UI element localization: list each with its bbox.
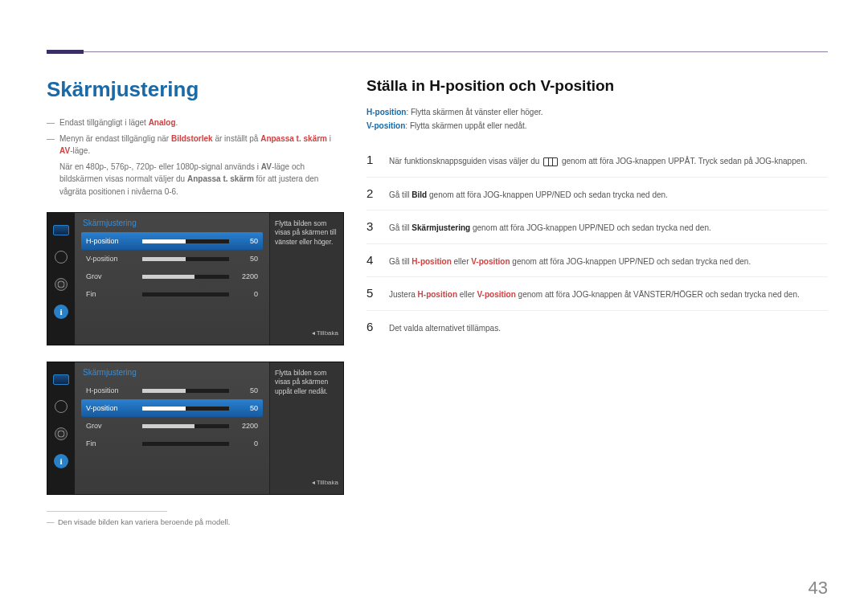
step-number: 5 — [366, 284, 378, 303]
osd-slider[interactable] — [142, 257, 229, 261]
osd-row-label: Fin — [86, 290, 142, 298]
osd-slider[interactable] — [142, 239, 229, 243]
osd-back[interactable]: Tillbaka — [275, 479, 338, 488]
osd-row-label: Grov — [86, 422, 142, 430]
step-text: Gå till Bild genom att föra JOG-knappen … — [389, 189, 668, 201]
menu-icon — [543, 157, 558, 166]
osd-row-value: 0 — [229, 439, 258, 447]
osd-panel: iSkärmjusteringH-position50V-position50G… — [47, 362, 344, 495]
osd-slider[interactable] — [142, 292, 229, 296]
notes-block: Endast tillgängligt i läget Analog. Meny… — [47, 116, 344, 198]
osd-slider[interactable] — [142, 424, 229, 428]
osd-title: Skärmjustering — [75, 362, 269, 382]
osd-row-value: 2200 — [229, 272, 258, 280]
osd-panel: iSkärmjusteringH-position50V-position50G… — [47, 212, 344, 345]
gear-icon — [52, 427, 70, 441]
note-item: Endast tillgängligt i läget Analog. — [47, 116, 344, 129]
osd-help: Flytta bilden som visas på skärmen till … — [269, 213, 343, 345]
osd-slider[interactable] — [142, 389, 229, 393]
header-rule — [47, 51, 828, 52]
osd-row-label: H-position — [86, 386, 142, 394]
osd-iconbar: i — [47, 213, 75, 345]
osd-slider[interactable] — [142, 442, 229, 446]
monitor-icon — [52, 223, 70, 237]
footnote: Den visade bilden kan variera beroende p… — [47, 517, 344, 527]
osd-back[interactable]: Tillbaka — [275, 329, 338, 338]
osd-slider[interactable] — [142, 275, 229, 279]
step: 2Gå till Bild genom att föra JOG-knappen… — [366, 177, 828, 210]
page-number: 43 — [809, 578, 828, 599]
info-icon: i — [52, 454, 70, 468]
step-number: 6 — [366, 318, 378, 337]
step: 4Gå till H-position eller V-position gen… — [366, 243, 828, 277]
definitions: H-position: Flytta skärmen åt vänster el… — [366, 106, 828, 133]
step-text: Det valda alternativet tillämpas. — [389, 322, 501, 334]
osd-row[interactable]: Fin0 — [81, 435, 263, 452]
subsection-heading: Ställa in H-position och V-position — [366, 77, 828, 95]
circle-icon — [52, 250, 70, 264]
definition: V-position: Flytta skärmen uppåt eller n… — [366, 120, 828, 133]
osd-row-value: 2200 — [229, 422, 258, 430]
definition: H-position: Flytta skärmen åt vänster el… — [366, 106, 828, 120]
osd-title: Skärmjustering — [75, 213, 269, 232]
osd-row[interactable]: V-position50 — [81, 399, 263, 417]
step-number: 3 — [366, 218, 378, 236]
osd-row-label: H-position — [86, 237, 142, 245]
osd-row[interactable]: H-position50 — [81, 382, 263, 399]
osd-row-value: 0 — [229, 290, 258, 298]
step-number: 1 — [366, 151, 378, 170]
osd-row-label: Fin — [86, 439, 142, 447]
step: 1När funktionsknappsguiden visas väljer … — [366, 144, 828, 177]
osd-row[interactable]: V-position50 — [81, 250, 263, 268]
osd-row[interactable]: Grov2200 — [81, 268, 263, 285]
footnote-rule — [47, 511, 167, 512]
gear-icon — [52, 277, 70, 292]
step: 6Det valda alternativet tillämpas. — [366, 310, 828, 344]
osd-row-value: 50 — [229, 386, 258, 394]
info-icon: i — [52, 304, 70, 319]
step-text: Gå till H-position eller V-position geno… — [389, 255, 751, 268]
osd-main: SkärmjusteringH-position50V-position50Gr… — [75, 213, 269, 345]
step: 5Justera H-position eller V-position gen… — [366, 276, 828, 310]
step: 3Gå till Skärmjustering genom att föra J… — [366, 210, 828, 243]
step-number: 4 — [366, 251, 378, 270]
osd-row[interactable]: Grov2200 — [81, 417, 263, 435]
step-text: Gå till Skärmjustering genom att föra JO… — [389, 222, 711, 234]
osd-row-label: V-position — [86, 255, 142, 263]
circle-icon — [52, 399, 70, 414]
note-item: Menyn är endast tillgänglig när Bildstor… — [47, 133, 344, 157]
osd-row-value: 50 — [229, 404, 258, 412]
step-text: Justera H-position eller V-position geno… — [389, 288, 800, 300]
osd-row-value: 50 — [229, 237, 258, 245]
osd-iconbar: i — [47, 362, 75, 494]
osd-main: SkärmjusteringH-position50V-position50Gr… — [75, 362, 269, 494]
osd-slider[interactable] — [142, 407, 229, 411]
osd-row-value: 50 — [229, 255, 258, 263]
step-number: 2 — [366, 185, 378, 203]
note-subtext: När en 480p-, 576p-, 720p- eller 1080p-s… — [47, 161, 344, 198]
step-text: När funktionsknappsguiden visas väljer d… — [389, 155, 808, 167]
osd-row[interactable]: H-position50 — [81, 232, 263, 250]
osd-help: Flytta bilden som visas på skärmen uppåt… — [269, 362, 343, 494]
osd-row-label: V-position — [86, 404, 142, 412]
osd-row-label: Grov — [86, 272, 142, 280]
osd-row[interactable]: Fin0 — [81, 285, 263, 303]
monitor-icon — [52, 372, 70, 386]
section-heading: Skärmjustering — [47, 77, 344, 102]
